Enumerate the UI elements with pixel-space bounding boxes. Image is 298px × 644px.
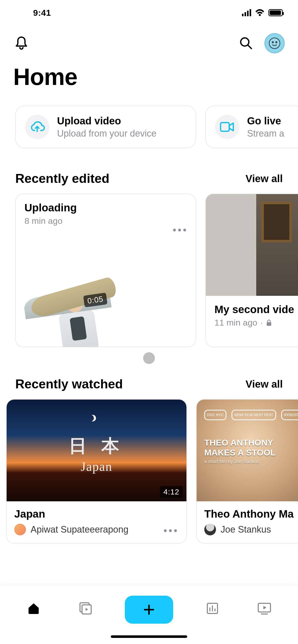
duration-badge: 4:12 <box>160 486 183 498</box>
cloud-upload-icon <box>25 115 49 139</box>
cellular-icon <box>242 9 251 16</box>
nav-home[interactable] <box>21 596 46 621</box>
recently-watched-row[interactable]: 日 本 Japan 4:12 Japan Apiwat Supateeerapo… <box>0 399 298 544</box>
watched-card-theo[interactable]: DOC NYC NEW/ FILM NEXT FEST IFFBOSTON TH… <box>196 399 298 544</box>
svg-rect-4 <box>221 123 229 131</box>
home-indicator <box>111 635 187 638</box>
recently-edited-header: Recently edited View all <box>0 158 298 194</box>
search-icon <box>239 36 253 50</box>
video-thumbnail: 日 本 Japan 4:12 <box>7 400 186 501</box>
avatar-face-icon <box>268 37 281 49</box>
action-subtitle: Stream a <box>247 128 284 139</box>
watched-card-japan[interactable]: 日 本 Japan 4:12 Japan Apiwat Supateeerapo… <box>6 399 187 544</box>
recently-watched-header: Recently watched View all <box>0 364 298 399</box>
action-subtitle: Upload from your device <box>57 128 156 139</box>
view-all-watched[interactable]: View all <box>246 378 283 390</box>
action-title: Go live <box>247 115 284 127</box>
search-button[interactable] <box>238 35 254 51</box>
notifications-button[interactable] <box>13 35 30 51</box>
festival-badge: NEW/ FILM NEXT FEST <box>232 410 276 420</box>
svg-rect-5 <box>267 322 271 326</box>
nav-create[interactable] <box>125 596 173 624</box>
author-avatar <box>204 524 216 535</box>
recently-edited-row[interactable]: 0:05 Uploading 8 min ago ••• My first My… <box>0 194 298 347</box>
actions-row: Upload video Upload from your device Go … <box>0 100 298 158</box>
video-thumbnail: DOC NYC NEW/ FILM NEXT FEST IFFBOSTON TH… <box>197 400 298 501</box>
thumbnail-text-kanji: 日 本 <box>7 434 186 458</box>
profile-avatar[interactable] <box>264 33 285 53</box>
video-thumbnail: My first <box>206 194 298 296</box>
monitor-play-icon <box>257 601 272 616</box>
scroll-indicator-dot <box>143 352 155 364</box>
poster-title: THEO ANTHONY MAKES A STOOL a short film … <box>204 438 276 464</box>
festival-badge: IFFBOSTON <box>281 410 298 420</box>
action-title: Upload video <box>57 115 156 127</box>
section-title: Recently watched <box>15 377 123 391</box>
status-time: 9:41 <box>33 8 51 18</box>
edited-card-second-video[interactable]: My first My second vide 11 min ago· <box>205 194 298 347</box>
video-title: Uploading <box>24 202 187 214</box>
author-name: Apiwat Supateeerapong <box>31 524 128 535</box>
status-icons <box>242 9 283 17</box>
status-bar: 9:41 <box>0 0 298 25</box>
analytics-icon <box>205 601 220 616</box>
nav-analytics[interactable] <box>200 596 225 621</box>
bottom-nav <box>0 586 298 644</box>
video-title: Theo Anthony Ma <box>204 508 298 520</box>
bell-icon <box>15 36 28 50</box>
svg-point-2 <box>272 42 274 43</box>
battery-icon <box>268 9 283 16</box>
home-icon <box>26 601 41 616</box>
lock-icon <box>266 319 272 326</box>
author-name: Joe Stankus <box>221 524 271 535</box>
thumbnail-caption: My first <box>256 258 298 273</box>
more-button[interactable]: ••• <box>173 224 188 236</box>
author-row[interactable]: Apiwat Supateeerapong <box>14 524 179 535</box>
app-bar <box>0 25 298 53</box>
section-title: Recently edited <box>15 171 110 186</box>
view-all-edited[interactable]: View all <box>246 173 283 184</box>
page-title: Home <box>0 53 298 100</box>
video-camera-icon <box>215 115 239 139</box>
author-avatar <box>14 524 26 535</box>
video-meta: 11 min ago· <box>214 318 298 328</box>
wifi-icon <box>255 9 265 17</box>
festival-badge: DOC NYC <box>204 410 226 420</box>
video-title: My second vide <box>214 303 298 316</box>
video-library-icon <box>78 601 93 616</box>
svg-point-1 <box>269 38 280 49</box>
video-title: Japan <box>14 508 179 520</box>
thumbnail-text-latin: Japan <box>7 459 186 474</box>
more-button[interactable]: ••• <box>164 525 179 536</box>
plus-icon <box>143 604 155 616</box>
svg-point-3 <box>276 42 277 43</box>
author-row[interactable]: Joe Stankus <box>204 524 298 535</box>
edited-card-uploading[interactable]: 0:05 Uploading 8 min ago ••• <box>15 194 196 347</box>
upload-video-card[interactable]: Upload video Upload from your device <box>15 106 196 148</box>
video-meta: 8 min ago <box>24 216 187 226</box>
go-live-card[interactable]: Go live Stream a <box>205 106 298 148</box>
nav-watch[interactable] <box>252 596 277 621</box>
nav-library[interactable] <box>73 596 98 621</box>
video-thumbnail: 0:05 <box>23 287 112 319</box>
